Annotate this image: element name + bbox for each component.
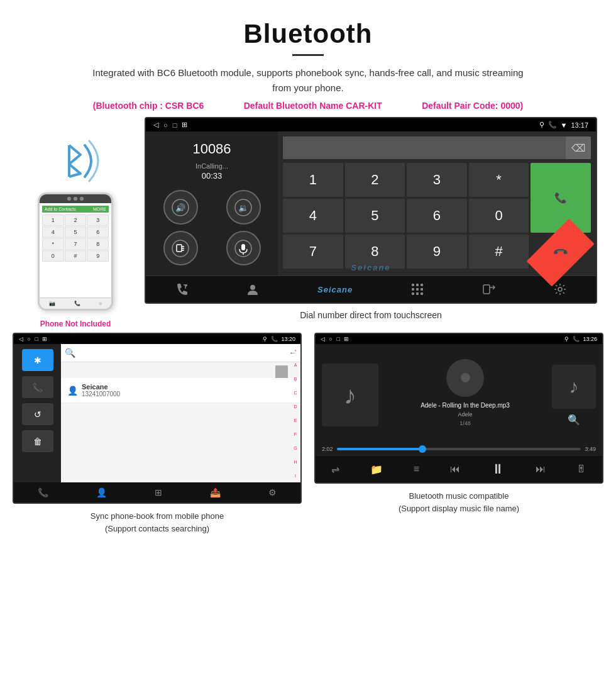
- phonebook-main: 🔍 ← 👤 Seicane 13241007000: [61, 344, 300, 482]
- phone-key-6[interactable]: 6: [87, 226, 109, 238]
- svg-rect-15: [416, 284, 419, 286]
- phone-dot-2: [74, 197, 77, 201]
- call-number: 10086: [152, 141, 272, 157]
- pb-letter-H: H: [290, 455, 300, 469]
- nav-contacts-icon[interactable]: [246, 282, 260, 296]
- phone-home-icon: ○: [99, 301, 102, 306]
- play-icon[interactable]: ⏸: [491, 461, 505, 477]
- transfer-btn[interactable]: [163, 231, 198, 265]
- playlist-icon[interactable]: ≡: [414, 464, 419, 475]
- call-timer: 00:33: [152, 171, 272, 180]
- svg-rect-19: [421, 288, 423, 291]
- equalizer-icon[interactable]: 🎚: [576, 464, 586, 475]
- dial-key-8[interactable]: 8: [345, 235, 405, 269]
- phone-key-9[interactable]: 9: [87, 250, 109, 262]
- volume-down-btn[interactable]: 🔉: [226, 190, 261, 225]
- nav-phone-icon[interactable]: [175, 282, 189, 296]
- dial-key-0[interactable]: 0: [469, 199, 529, 233]
- dial-key-9[interactable]: 9: [407, 235, 467, 269]
- svg-rect-14: [412, 284, 414, 286]
- main-content: Add to Contacts MORE 1 2 3 4 5 6 * 7 8 0…: [0, 117, 616, 330]
- time-current: 2:02: [322, 446, 333, 452]
- dial-key-2[interactable]: 2: [345, 163, 405, 197]
- screenshot-btn[interactable]: ⊞: [182, 121, 187, 129]
- music-caption-line2: (Support display music file name): [399, 504, 519, 513]
- accept-call-btn[interactable]: 📞: [531, 163, 591, 233]
- phone-top-bar: [40, 194, 111, 203]
- pb-letter-A: A: [290, 358, 300, 372]
- pb-phone-icon: 📞: [22, 376, 53, 398]
- backspace-btn[interactable]: ⌫: [566, 136, 591, 159]
- nav-dialpad-icon[interactable]: [410, 282, 424, 296]
- ms-status-right: ⚲ 📞 13:26: [564, 336, 597, 342]
- phone-bottom-bar: 📷 📞 ○: [40, 297, 111, 309]
- dial-key-3[interactable]: 3: [407, 163, 467, 197]
- pb-nav-transfer[interactable]: 📤: [210, 487, 221, 497]
- ms-time: 13:26: [583, 336, 597, 342]
- folder-icon[interactable]: 📁: [370, 464, 383, 475]
- dial-key-5[interactable]: 5: [345, 199, 405, 233]
- dial-key-6[interactable]: 6: [407, 199, 467, 233]
- call-buttons: 🔊 🔉: [152, 190, 272, 265]
- phone-key-1[interactable]: 1: [42, 214, 64, 226]
- pb-nav-settings[interactable]: ⚙: [268, 487, 277, 497]
- nav-settings-icon[interactable]: [553, 282, 567, 296]
- dial-input-field: [283, 136, 566, 159]
- chip-info: (Bluetooth chip : CSR BC6: [93, 101, 204, 111]
- phone-dot-1: [67, 197, 71, 201]
- dial-key-star[interactable]: *: [469, 163, 529, 197]
- recents-btn[interactable]: □: [173, 121, 177, 129]
- ms-back: ◁: [321, 336, 325, 342]
- dial-key-7[interactable]: 7: [283, 235, 343, 269]
- phonebook-sidebar: ✱ 📞 ↺ 🗑: [14, 344, 61, 482]
- pb-letter-star: *: [290, 344, 300, 358]
- volume-up-btn[interactable]: 🔊: [163, 190, 198, 225]
- car-status-bar: ◁ ○ □ ⊞ ⚲ 📞 ▼ 13:17: [146, 118, 596, 131]
- svg-point-5: [172, 240, 189, 257]
- pb-contact-row[interactable]: 👤 Seicane 13241007000: [61, 378, 300, 403]
- phone-key-2[interactable]: 2: [65, 214, 87, 226]
- phone-key-7[interactable]: 7: [65, 238, 87, 250]
- phone-key-5[interactable]: 5: [65, 226, 87, 238]
- location-icon: ⚲: [539, 121, 544, 129]
- progress-track[interactable]: [337, 448, 581, 450]
- phonebook-mini-screen: ◁ ○ □ ⊞ ⚲ 📞 13:20 ✱ 📞 ↺ 🗑: [13, 333, 302, 504]
- dial-key-4[interactable]: 4: [283, 199, 343, 233]
- dial-key-hash[interactable]: #: [469, 235, 529, 269]
- car-status-left: ◁ ○ □ ⊞: [153, 121, 187, 129]
- pb-avatar-icon: 👤: [67, 386, 78, 396]
- phonebook-caption: Sync phone-book from mobile phone (Suppo…: [91, 510, 224, 535]
- phone-key-8[interactable]: 8: [87, 238, 109, 250]
- music-info: Adele - Rolling In the Deep.mp3 Adele 1/…: [378, 359, 552, 431]
- shuffle-icon[interactable]: ⇌: [331, 464, 339, 475]
- svg-text:🔉: 🔉: [238, 203, 249, 213]
- prev-icon[interactable]: ⏮: [450, 464, 460, 475]
- phone-key-3[interactable]: 3: [87, 214, 109, 226]
- nav-seicane-logo: Seicane: [317, 285, 353, 294]
- ms-app: ⊞: [344, 336, 349, 342]
- nav-transfer-icon[interactable]: [482, 282, 496, 296]
- mute-btn[interactable]: [226, 231, 261, 265]
- bluetooth-icon-area: [44, 136, 107, 186]
- pb-search-row[interactable]: 🔍 ←: [61, 344, 300, 362]
- pb-time: 13:20: [281, 336, 295, 342]
- pb-nav-dialpad[interactable]: ⊞: [155, 487, 162, 497]
- pb-nav-phone[interactable]: 📞: [38, 487, 48, 497]
- pb-nav-contacts[interactable]: 👤: [96, 487, 107, 497]
- dial-label: Dial number direct from touchscreen: [145, 310, 597, 320]
- car-screen-section: ◁ ○ □ ⊞ ⚲ 📞 ▼ 13:17 10086 InCalling...: [145, 117, 597, 330]
- progress-thumb: [419, 445, 426, 453]
- dial-key-1[interactable]: 1: [283, 163, 343, 197]
- back-btn[interactable]: ◁: [153, 121, 158, 129]
- phone-key-hash[interactable]: #: [65, 250, 87, 262]
- svg-rect-20: [412, 292, 414, 295]
- next-icon[interactable]: ⏭: [536, 464, 546, 475]
- nav-phone-svg: [175, 282, 189, 296]
- home-btn[interactable]: ○: [163, 121, 168, 129]
- bottom-screenshots: ◁ ○ □ ⊞ ⚲ 📞 13:20 ✱ 📞 ↺ 🗑: [0, 333, 616, 547]
- pb-letter-E: E: [290, 413, 300, 427]
- phone-key-zero[interactable]: 0: [42, 250, 64, 262]
- phone-key-4[interactable]: 4: [42, 226, 64, 238]
- music-search-icon[interactable]: 🔍: [568, 414, 580, 426]
- phone-key-star[interactable]: *: [42, 238, 64, 250]
